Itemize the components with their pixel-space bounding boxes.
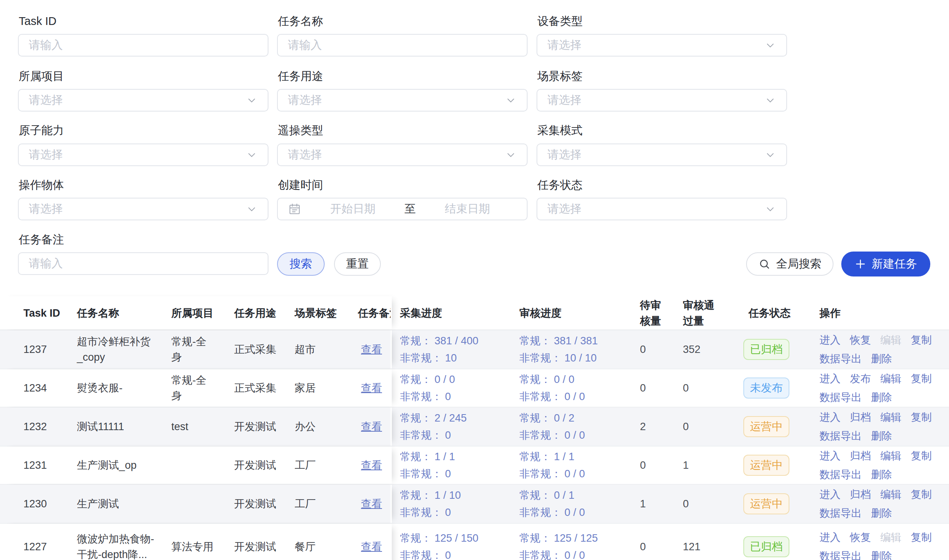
task-name-placeholder: 请输入 xyxy=(288,37,322,53)
task-status-select[interactable]: 请选择 xyxy=(537,198,787,220)
filter-label-device-type: 设备类型 xyxy=(537,14,583,28)
action-enter[interactable]: 进入 xyxy=(819,448,841,464)
task-purpose-placeholder: 请选择 xyxy=(288,92,322,108)
cell-scene: 家居 xyxy=(295,369,353,407)
action-edit[interactable]: 编辑 xyxy=(880,448,901,464)
collect-mode-placeholder: 请选择 xyxy=(547,147,581,163)
action-delete[interactable]: 删除 xyxy=(871,505,892,521)
action-delete[interactable]: 删除 xyxy=(871,548,892,560)
action-archive[interactable]: 归档 xyxy=(850,409,871,425)
action-archive[interactable]: 归档 xyxy=(850,448,871,464)
cell-task-id: 1234 xyxy=(23,369,74,407)
action-edit[interactable]: 编辑 xyxy=(880,371,901,386)
action-enter[interactable]: 进入 xyxy=(819,332,841,348)
scene-tag-select[interactable]: 请选择 xyxy=(537,89,787,112)
action-copy[interactable]: 复制 xyxy=(911,409,932,425)
action-export[interactable]: 数据导出 xyxy=(819,351,862,367)
filter-label-task-note: 任务备注 xyxy=(19,233,64,246)
scroll-pane: 常规： 125 / 150非常规： 0常规： 125 / 125非常规： 0 /… xyxy=(392,524,949,560)
atomic-ability-placeholder: 请选择 xyxy=(29,147,63,163)
global-search-button[interactable]: 全局搜索 xyxy=(746,252,833,276)
project-placeholder: 请选择 xyxy=(29,92,63,108)
action-edit[interactable]: 编辑 xyxy=(880,409,901,425)
cell-review-progress: 常规： 0 / 2非常规： 0 / 0 xyxy=(519,408,638,446)
action-delete[interactable]: 删除 xyxy=(871,467,892,482)
task-purpose-select[interactable]: 请选择 xyxy=(277,89,528,112)
filter-label-teleop-type: 遥操类型 xyxy=(278,124,323,137)
cell-actions: 进入归档编辑复制数据导出删除 xyxy=(819,447,933,484)
action-archive[interactable]: 归档 xyxy=(850,487,871,502)
note-view-link[interactable]: 查看 xyxy=(361,381,382,395)
note-view-link[interactable]: 查看 xyxy=(361,497,382,511)
cell-task-id: 1227 xyxy=(23,524,74,560)
operate-object-select[interactable]: 请选择 xyxy=(18,198,268,220)
cell-task-id: 1230 xyxy=(23,485,74,523)
task-note-input[interactable]: 请输入 xyxy=(18,252,268,275)
project-select[interactable]: 请选择 xyxy=(18,89,268,112)
filter-label-scene-tag: 场景标签 xyxy=(537,69,583,83)
new-task-button[interactable]: 新建任务 xyxy=(841,252,930,276)
teleop-type-select[interactable]: 请选择 xyxy=(277,144,528,166)
action-export[interactable]: 数据导出 xyxy=(819,428,862,444)
plus-icon xyxy=(855,258,866,270)
action-edit[interactable]: 编辑 xyxy=(880,487,901,502)
task-name-input[interactable]: 请输入 xyxy=(277,34,528,57)
cell-project xyxy=(171,485,231,523)
cell-actions: 进入发布编辑复制数据导出删除 xyxy=(819,369,933,407)
device-type-select[interactable]: 请选择 xyxy=(537,34,787,57)
search-button[interactable]: 搜索 xyxy=(277,252,325,276)
cell-project xyxy=(171,447,231,484)
action-copy[interactable]: 复制 xyxy=(911,530,932,545)
note-view-link[interactable]: 查看 xyxy=(361,342,382,356)
note-view-link[interactable]: 查看 xyxy=(361,540,382,554)
col-header-note: 任务备注 xyxy=(358,296,392,330)
action-delete[interactable]: 删除 xyxy=(871,351,892,367)
col-header-project: 所属项目 xyxy=(171,296,231,330)
action-delete[interactable]: 删除 xyxy=(871,390,892,405)
action-enter[interactable]: 进入 xyxy=(819,487,841,502)
action-export[interactable]: 数据导出 xyxy=(819,390,862,405)
cell-task-name: 超市冷鲜柜补货_copy xyxy=(77,330,167,369)
action-edit: 编辑 xyxy=(880,530,901,545)
create-time-range[interactable]: 开始日期至结束日期 xyxy=(277,198,528,220)
col-header-taskid: Task ID xyxy=(23,296,74,330)
action-enter[interactable]: 进入 xyxy=(819,530,841,545)
cell-task-id: 1237 xyxy=(23,330,74,369)
cell-collect-progress: 常规： 0 / 0非常规： 0 xyxy=(400,369,517,407)
cell-note: 查看 xyxy=(361,369,391,407)
reset-button[interactable]: 重置 xyxy=(334,252,381,276)
action-publish[interactable]: 发布 xyxy=(850,371,871,386)
task-id-input[interactable]: 请输入 xyxy=(18,34,268,57)
cell-purpose: 开发测试 xyxy=(234,447,292,484)
col-header-pending: 待审核量 xyxy=(640,296,681,330)
action-copy[interactable]: 复制 xyxy=(911,371,932,386)
device-type-placeholder: 请选择 xyxy=(547,37,581,53)
note-view-link[interactable]: 查看 xyxy=(361,420,382,434)
cell-pending-count: 1 xyxy=(640,485,681,523)
cell-review-progress: 常规： 125 / 125非常规： 0 / 0 xyxy=(519,524,638,560)
action-enter[interactable]: 进入 xyxy=(819,409,841,425)
action-copy[interactable]: 复制 xyxy=(911,448,932,464)
cell-task-name: 微波炉加热食物-干扰-depth降... xyxy=(77,524,167,560)
note-view-link[interactable]: 查看 xyxy=(361,458,382,472)
scroll-pane: 常规： 2 / 245非常规： 0常规： 0 / 2非常规： 0 / 020运营… xyxy=(392,408,949,446)
cell-pending-count: 2 xyxy=(640,408,681,446)
collect-mode-select[interactable]: 请选择 xyxy=(537,144,787,166)
status-badge: 运营中 xyxy=(743,416,789,437)
action-delete[interactable]: 删除 xyxy=(871,428,892,444)
action-enter[interactable]: 进入 xyxy=(819,371,841,386)
cell-status: 运营中 xyxy=(743,408,820,446)
action-export[interactable]: 数据导出 xyxy=(819,505,862,521)
atomic-ability-select[interactable]: 请选择 xyxy=(18,144,268,166)
scroll-pane: 常规： 0 / 0非常规： 0常规： 0 / 0非常规： 0 / 000未发布进… xyxy=(392,369,949,407)
action-export[interactable]: 数据导出 xyxy=(819,548,862,560)
action-copy[interactable]: 复制 xyxy=(911,487,932,502)
task-management-page: Task ID请输入任务名称请输入设备类型请选择所属项目请选择任务用途请选择场景… xyxy=(0,0,949,560)
action-restore[interactable]: 恢复 xyxy=(850,530,871,545)
cell-project: 常规-全身 xyxy=(171,330,231,369)
action-restore[interactable]: 恢复 xyxy=(850,332,871,348)
action-copy[interactable]: 复制 xyxy=(911,332,932,348)
action-export[interactable]: 数据导出 xyxy=(819,467,862,482)
table-header-row: Task ID任务名称所属项目任务用途场景标签任务备注采集进度审核进度待审核量审… xyxy=(0,296,949,330)
search-button-label: 搜索 xyxy=(290,256,312,272)
